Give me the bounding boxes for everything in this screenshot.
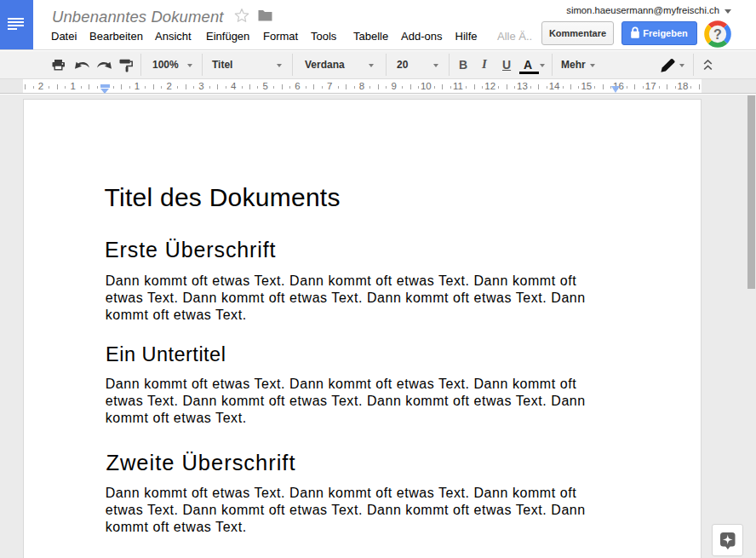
- svg-text:?: ?: [713, 26, 722, 41]
